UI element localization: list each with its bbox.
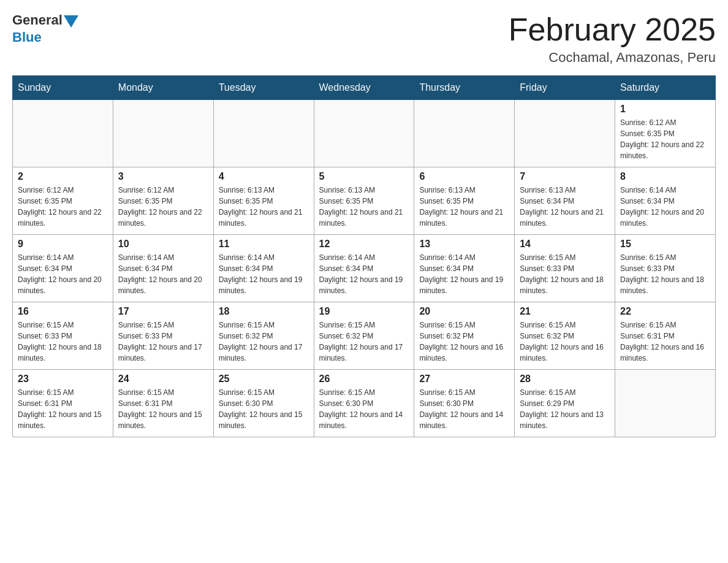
- day-info: Sunrise: 6:14 AMSunset: 6:34 PMDaylight:…: [419, 252, 509, 296]
- day-number: 12: [319, 239, 409, 250]
- day-info: Sunrise: 6:15 AMSunset: 6:30 PMDaylight:…: [419, 387, 509, 431]
- weekday-header-saturday: Saturday: [615, 76, 716, 100]
- day-number: 7: [520, 171, 610, 182]
- calendar-cell: 6Sunrise: 6:13 AMSunset: 6:35 PMDaylight…: [414, 167, 515, 235]
- calendar-cell: 5Sunrise: 6:13 AMSunset: 6:35 PMDaylight…: [314, 167, 414, 235]
- month-title: February 2025: [509, 12, 716, 47]
- day-number: 15: [620, 239, 710, 250]
- day-number: 5: [319, 171, 409, 182]
- calendar-cell: 15Sunrise: 6:15 AMSunset: 6:33 PMDayligh…: [615, 235, 716, 302]
- day-info: Sunrise: 6:15 AMSunset: 6:31 PMDaylight:…: [18, 387, 108, 431]
- day-info: Sunrise: 6:12 AMSunset: 6:35 PMDaylight:…: [118, 185, 208, 229]
- calendar-cell: [213, 100, 314, 167]
- calendar-cell: 1Sunrise: 6:12 AMSunset: 6:35 PMDaylight…: [615, 100, 716, 167]
- day-number: 21: [520, 306, 610, 317]
- day-info: Sunrise: 6:15 AMSunset: 6:33 PMDaylight:…: [18, 320, 108, 364]
- day-info: Sunrise: 6:15 AMSunset: 6:32 PMDaylight:…: [520, 320, 610, 364]
- calendar-cell: 16Sunrise: 6:15 AMSunset: 6:33 PMDayligh…: [13, 302, 113, 370]
- calendar-cell: 7Sunrise: 6:13 AMSunset: 6:34 PMDaylight…: [515, 167, 615, 235]
- day-number: 24: [118, 373, 208, 385]
- calendar-cell: 23Sunrise: 6:15 AMSunset: 6:31 PMDayligh…: [13, 370, 113, 437]
- day-info: Sunrise: 6:13 AMSunset: 6:35 PMDaylight:…: [419, 185, 509, 229]
- calendar-cell: 24Sunrise: 6:15 AMSunset: 6:31 PMDayligh…: [113, 370, 213, 437]
- week-row-4: 16Sunrise: 6:15 AMSunset: 6:33 PMDayligh…: [13, 302, 716, 370]
- calendar-cell: 8Sunrise: 6:14 AMSunset: 6:34 PMDaylight…: [615, 167, 716, 235]
- day-number: 2: [18, 171, 108, 182]
- location-title: Cochamal, Amazonas, Peru: [509, 50, 716, 66]
- day-info: Sunrise: 6:15 AMSunset: 6:31 PMDaylight:…: [118, 387, 208, 431]
- calendar-cell: [615, 370, 716, 437]
- day-number: 28: [520, 373, 610, 385]
- day-info: Sunrise: 6:15 AMSunset: 6:30 PMDaylight:…: [219, 387, 309, 431]
- day-number: 4: [219, 171, 309, 182]
- page-header: General Blue February 2025 Cochamal, Ama…: [12, 12, 716, 66]
- weekday-header-friday: Friday: [515, 76, 615, 100]
- day-info: Sunrise: 6:15 AMSunset: 6:32 PMDaylight:…: [219, 320, 309, 364]
- day-info: Sunrise: 6:15 AMSunset: 6:31 PMDaylight:…: [620, 320, 710, 364]
- day-number: 8: [620, 171, 710, 182]
- calendar-cell: [314, 100, 414, 167]
- day-info: Sunrise: 6:15 AMSunset: 6:33 PMDaylight:…: [520, 252, 610, 296]
- calendar-cell: 2Sunrise: 6:12 AMSunset: 6:35 PMDaylight…: [13, 167, 113, 235]
- weekday-header-thursday: Thursday: [414, 76, 515, 100]
- weekday-header-row: SundayMondayTuesdayWednesdayThursdayFrid…: [13, 76, 716, 100]
- day-number: 10: [118, 239, 208, 250]
- calendar-cell: 18Sunrise: 6:15 AMSunset: 6:32 PMDayligh…: [213, 302, 314, 370]
- day-info: Sunrise: 6:14 AMSunset: 6:34 PMDaylight:…: [219, 252, 309, 296]
- day-number: 13: [419, 239, 509, 250]
- calendar-cell: 25Sunrise: 6:15 AMSunset: 6:30 PMDayligh…: [213, 370, 314, 437]
- day-info: Sunrise: 6:13 AMSunset: 6:35 PMDaylight:…: [219, 185, 309, 229]
- day-info: Sunrise: 6:13 AMSunset: 6:35 PMDaylight:…: [319, 185, 409, 229]
- calendar-cell: [113, 100, 213, 167]
- calendar-cell: 9Sunrise: 6:14 AMSunset: 6:34 PMDaylight…: [13, 235, 113, 302]
- day-info: Sunrise: 6:15 AMSunset: 6:32 PMDaylight:…: [419, 320, 509, 364]
- calendar-cell: [13, 100, 113, 167]
- week-row-5: 23Sunrise: 6:15 AMSunset: 6:31 PMDayligh…: [13, 370, 716, 437]
- day-info: Sunrise: 6:15 AMSunset: 6:29 PMDaylight:…: [520, 387, 610, 431]
- calendar-cell: 22Sunrise: 6:15 AMSunset: 6:31 PMDayligh…: [615, 302, 716, 370]
- calendar-cell: 27Sunrise: 6:15 AMSunset: 6:30 PMDayligh…: [414, 370, 515, 437]
- day-info: Sunrise: 6:12 AMSunset: 6:35 PMDaylight:…: [620, 117, 710, 161]
- calendar-table: SundayMondayTuesdayWednesdayThursdayFrid…: [12, 75, 716, 437]
- calendar-cell: 13Sunrise: 6:14 AMSunset: 6:34 PMDayligh…: [414, 235, 515, 302]
- day-number: 18: [219, 306, 309, 317]
- calendar-cell: 21Sunrise: 6:15 AMSunset: 6:32 PMDayligh…: [515, 302, 615, 370]
- day-number: 25: [219, 373, 309, 385]
- title-block: February 2025 Cochamal, Amazonas, Peru: [509, 12, 716, 66]
- day-number: 1: [620, 104, 710, 115]
- day-info: Sunrise: 6:14 AMSunset: 6:34 PMDaylight:…: [118, 252, 208, 296]
- day-info: Sunrise: 6:14 AMSunset: 6:34 PMDaylight:…: [620, 185, 710, 229]
- calendar-cell: 12Sunrise: 6:14 AMSunset: 6:34 PMDayligh…: [314, 235, 414, 302]
- day-info: Sunrise: 6:12 AMSunset: 6:35 PMDaylight:…: [18, 185, 108, 229]
- day-number: 9: [18, 239, 108, 250]
- weekday-header-wednesday: Wednesday: [314, 76, 414, 100]
- day-number: 11: [219, 239, 309, 250]
- day-number: 14: [520, 239, 610, 250]
- calendar-cell: 10Sunrise: 6:14 AMSunset: 6:34 PMDayligh…: [113, 235, 213, 302]
- calendar-cell: 20Sunrise: 6:15 AMSunset: 6:32 PMDayligh…: [414, 302, 515, 370]
- day-info: Sunrise: 6:15 AMSunset: 6:33 PMDaylight:…: [118, 320, 208, 364]
- day-number: 17: [118, 306, 208, 317]
- day-number: 22: [620, 306, 710, 317]
- day-number: 3: [118, 171, 208, 182]
- weekday-header-tuesday: Tuesday: [213, 76, 314, 100]
- calendar-cell: 11Sunrise: 6:14 AMSunset: 6:34 PMDayligh…: [213, 235, 314, 302]
- weekday-header-monday: Monday: [113, 76, 213, 100]
- calendar-cell: 17Sunrise: 6:15 AMSunset: 6:33 PMDayligh…: [113, 302, 213, 370]
- calendar-cell: 3Sunrise: 6:12 AMSunset: 6:35 PMDaylight…: [113, 167, 213, 235]
- day-number: 23: [18, 373, 108, 385]
- day-number: 20: [419, 306, 509, 317]
- day-number: 26: [319, 373, 409, 385]
- calendar-cell: [515, 100, 615, 167]
- day-number: 19: [319, 306, 409, 317]
- calendar-cell: 4Sunrise: 6:13 AMSunset: 6:35 PMDaylight…: [213, 167, 314, 235]
- calendar-cell: 28Sunrise: 6:15 AMSunset: 6:29 PMDayligh…: [515, 370, 615, 437]
- weekday-header-sunday: Sunday: [13, 76, 113, 100]
- logo-arrow-icon: [64, 15, 78, 28]
- day-info: Sunrise: 6:13 AMSunset: 6:34 PMDaylight:…: [520, 185, 610, 229]
- logo-general-text: General: [12, 12, 63, 28]
- day-info: Sunrise: 6:15 AMSunset: 6:30 PMDaylight:…: [319, 387, 409, 431]
- week-row-3: 9Sunrise: 6:14 AMSunset: 6:34 PMDaylight…: [13, 235, 716, 302]
- calendar-cell: [414, 100, 515, 167]
- day-number: 16: [18, 306, 108, 317]
